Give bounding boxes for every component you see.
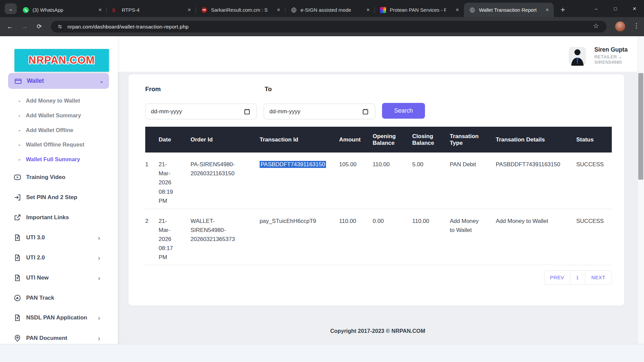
window-minimize-button[interactable]: – bbox=[587, 0, 606, 17]
prev-page-button[interactable]: PREV bbox=[544, 270, 570, 285]
sidebar-item-add-money-to-wallet[interactable]: - Add Money to Wallet bbox=[0, 96, 118, 106]
next-page-button[interactable]: NEXT bbox=[585, 270, 612, 285]
close-icon[interactable]: ✕ bbox=[366, 7, 370, 12]
sidebar-item-wallet[interactable]: Wallet ⌄ bbox=[8, 73, 109, 89]
site-logo[interactable]: NRPAN.COM bbox=[14, 49, 109, 72]
cell-transaction-id: PASBDDFT74391163150 bbox=[260, 153, 339, 209]
chevron-down-icon: ⌄ bbox=[8, 6, 13, 12]
cell-transaction-id: pay_STuicEhH6ccpT9 bbox=[260, 209, 339, 265]
back-button[interactable]: ← bbox=[3, 17, 17, 36]
col-transation-type: Transation Type bbox=[450, 127, 496, 153]
new-tab-button[interactable]: + bbox=[557, 4, 569, 16]
chevron-down-icon: ⌄ bbox=[99, 78, 104, 84]
url-text: nrpan.com/dashboard/wallet-transaction-r… bbox=[67, 24, 189, 30]
search-button[interactable]: Search bbox=[382, 103, 425, 119]
tab-title: Wallet Transaction Report bbox=[479, 7, 537, 13]
selected-transaction-id[interactable]: PASBDDFT74391163150 bbox=[260, 161, 326, 168]
col-opening-balance: Opening Balance bbox=[373, 127, 412, 153]
location-pin-icon bbox=[13, 334, 21, 342]
cell-status: SUCCESS bbox=[576, 153, 612, 209]
sidebar-item-uti-new[interactable]: UTI New › bbox=[0, 272, 118, 284]
sidebar-item-pan-track[interactable]: PAN Track bbox=[0, 292, 118, 304]
close-icon[interactable]: ✕ bbox=[455, 7, 459, 12]
tab-whatsapp[interactable]: (3) WhatsApp ✕ bbox=[17, 3, 107, 17]
to-label: To bbox=[265, 85, 272, 93]
col-transation-details: Transation Details bbox=[496, 127, 576, 153]
tab-wallet-transaction-report-active[interactable]: Wallet Transaction Report ✕ bbox=[464, 3, 554, 17]
cell-opening-balance: 0.00 bbox=[373, 209, 412, 265]
to-date-input[interactable] bbox=[264, 104, 375, 119]
sidebar-item-nsdl-pan-application[interactable]: NSDL PAN Application › bbox=[0, 312, 118, 323]
cell-closing-balance: 110.00 bbox=[412, 209, 450, 265]
sidebar-item-uti-20[interactable]: UTI 2.0 › bbox=[0, 252, 118, 263]
tab-sarkariresult[interactable]: SarkariResult.com.cm : Sark ✕ bbox=[196, 3, 285, 17]
tab-title: (3) WhatsApp bbox=[33, 7, 63, 13]
cell-transation-type: Add Money to Wallet bbox=[450, 209, 496, 265]
cell-transation-details: PASBDDFT74391163150 bbox=[496, 153, 576, 209]
sidebar-item-uti-30[interactable]: UTI 3.0 › bbox=[0, 232, 118, 243]
browser-profile-avatar[interactable] bbox=[615, 21, 625, 32]
dash-icon: - bbox=[18, 112, 20, 119]
sidebar-item-wallet-offline-request[interactable]: - Wallet Offline Request bbox=[0, 139, 118, 149]
chevron-right-icon: › bbox=[98, 254, 100, 262]
document-icon bbox=[13, 274, 21, 282]
tab-esign[interactable]: e-SIGN assisted mode ✕ bbox=[285, 3, 375, 17]
window-close-button[interactable]: ✕ bbox=[625, 0, 644, 17]
site-settings-icon[interactable] bbox=[57, 24, 63, 29]
col-order-id: Order Id bbox=[191, 127, 260, 153]
avatar[interactable] bbox=[569, 47, 586, 66]
report-card: From To Search Date Order Id Transaction… bbox=[128, 74, 624, 306]
col-index bbox=[145, 127, 159, 153]
from-date-input[interactable] bbox=[145, 104, 257, 119]
close-icon[interactable]: ✕ bbox=[98, 7, 102, 12]
table-header-row: Date Order Id Transaction Id Amount Open… bbox=[145, 127, 612, 153]
tab-rtps[interactable]: S RTPS-4 ✕ bbox=[107, 3, 196, 17]
table-row: 1 21-Mar-2026 08:19 PM PA-SIREN54980-202… bbox=[145, 153, 612, 209]
sidebar-item-set-pin[interactable]: Set PIN And 2 Step bbox=[0, 192, 118, 203]
cell-status: SUCCESS bbox=[576, 209, 612, 265]
compass-icon bbox=[13, 294, 21, 302]
sidebar-item-pan-document[interactable]: PAN Document › bbox=[0, 333, 118, 344]
reload-button[interactable]: ⟳ bbox=[33, 17, 46, 36]
address-bar[interactable]: nrpan.com/dashboard/wallet-transaction-r… bbox=[51, 21, 606, 33]
sidebar-item-training-video[interactable]: Training Video bbox=[0, 172, 118, 183]
row-number: 1 bbox=[145, 153, 159, 209]
bookmark-star-icon[interactable]: ☆ bbox=[593, 22, 599, 30]
tab-title: RTPS-4 bbox=[122, 7, 140, 13]
forward-button[interactable]: → bbox=[18, 17, 31, 36]
chevron-right-icon: › bbox=[98, 335, 100, 342]
table-row: 2 21-Mar-2026 08:17 PM WALLET-SIREN54980… bbox=[145, 209, 612, 265]
cell-closing-balance: 5.00 bbox=[412, 153, 450, 209]
browser-menu-icon[interactable]: ⋮ bbox=[633, 22, 640, 29]
close-icon[interactable]: ✕ bbox=[187, 7, 191, 12]
sidebar-item-add-wallet-offline[interactable]: - Add Wallet Offline bbox=[0, 125, 118, 135]
col-date: Date bbox=[159, 127, 191, 153]
dash-icon: - bbox=[18, 127, 20, 133]
cell-order-id: PA-SIREN54980-20260321163150 bbox=[191, 153, 260, 209]
cell-transation-details: Add Money to Wallet bbox=[496, 209, 576, 265]
window-maximize-button[interactable]: □ bbox=[606, 0, 625, 17]
tab-protean[interactable]: Protean PAN Services - PAN ✕ bbox=[375, 3, 464, 17]
close-icon[interactable]: ✕ bbox=[277, 7, 280, 12]
dash-icon: - bbox=[18, 141, 20, 148]
chevron-right-icon: › bbox=[98, 314, 100, 322]
globe-icon bbox=[291, 7, 297, 13]
page-number-button[interactable]: 1 bbox=[570, 270, 585, 285]
document-icon bbox=[13, 314, 21, 322]
scrollbar-thumb[interactable] bbox=[638, 73, 643, 180]
sidebar-item-important-links[interactable]: Important Links bbox=[0, 212, 118, 223]
tab-title: SarkariResult.com.cm : Sark bbox=[211, 7, 267, 13]
tab-title: e-SIGN assisted mode bbox=[301, 7, 351, 13]
from-label: From bbox=[145, 85, 161, 93]
external-link-icon bbox=[13, 214, 21, 222]
close-icon[interactable]: ✕ bbox=[545, 7, 549, 12]
user-role-dropdown[interactable]: RETAILER ⌄ bbox=[594, 54, 622, 59]
col-status: Status bbox=[576, 127, 612, 153]
windows-taskbar: 1 20°C Partly cloudy Search ENG IN 20:32… bbox=[0, 344, 644, 362]
sidebar-item-add-wallet-summary[interactable]: - Add Wallet Summary bbox=[0, 110, 118, 120]
tab-search-button[interactable]: ⌄ bbox=[5, 3, 17, 14]
sidebar-item-wallet-full-summary[interactable]: - Wallet Full Summary bbox=[0, 154, 118, 164]
cell-transation-type: PAN Debit bbox=[450, 153, 496, 209]
row-number: 2 bbox=[145, 209, 159, 265]
globe-icon bbox=[469, 7, 475, 13]
